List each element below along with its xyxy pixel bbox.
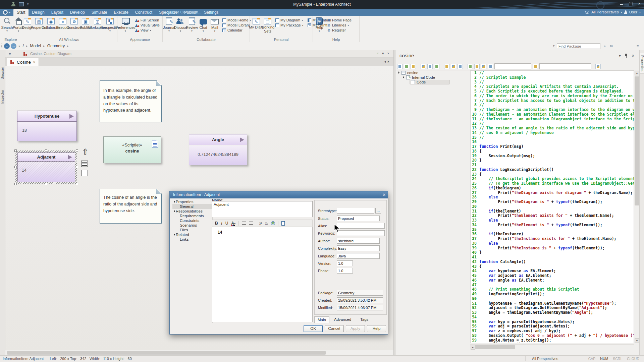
- find-package-arrow-icon[interactable]: ▸: [553, 44, 555, 47]
- ribbon-tab-construct[interactable]: Construct: [132, 9, 156, 16]
- element-dock-icon[interactable]: [81, 170, 88, 176]
- close-diagram-icon[interactable]: ×: [387, 51, 389, 56]
- close-button[interactable]: ×: [637, 2, 641, 6]
- code-line-44[interactable]: 44 var hypotenuse as EA.Element;: [471, 269, 634, 274]
- code-line-10[interactable]: 10// theElement - an automation Element …: [471, 112, 634, 117]
- ribbon-button-view[interactable]: View▾: [135, 28, 160, 32]
- save-code-icon[interactable]: [434, 64, 439, 69]
- field-complexity--input[interactable]: Easy: [337, 245, 380, 251]
- element-scriptlet-cosine[interactable]: «Scriptlet» cosine: [103, 136, 161, 163]
- underline-icon[interactable]: U: [225, 221, 228, 226]
- tree-expander-icon[interactable]: [402, 76, 404, 78]
- code-line-38[interactable]: 38 else: [471, 241, 634, 246]
- bullet-list-icon[interactable]: [242, 222, 246, 225]
- code-line-30[interactable]: 30: [471, 204, 634, 209]
- dialog-close-icon[interactable]: ✕: [382, 192, 386, 197]
- code-line-41[interactable]: 41: [471, 255, 634, 260]
- ok-button[interactable]: OK: [304, 325, 323, 332]
- code-horizontal-scrollbar[interactable]: ▸: [470, 344, 634, 349]
- tree-expander-icon[interactable]: [172, 233, 175, 236]
- restore-button[interactable]: [629, 2, 633, 6]
- code-line-3[interactable]: 3//: [471, 80, 634, 85]
- code-line-20[interactable]: 20}: [471, 158, 634, 163]
- field-author--input[interactable]: shebbard: [337, 238, 380, 244]
- code-editor[interactable]: 1//2// Scriptlet Example3//4// Scriptlet…: [470, 70, 634, 343]
- quicklink-arrow-icon[interactable]: ⇧: [82, 148, 89, 156]
- import-code-icon[interactable]: [427, 64, 433, 69]
- code-line-14[interactable]: 14// cos 0 = adjacent / hypotenuse: [471, 131, 634, 135]
- code-line-17[interactable]: 17function Print(msg): [471, 144, 634, 149]
- navigate-forward-button[interactable]: →: [11, 43, 16, 49]
- tab-list-dropdown-icon[interactable]: ▾: [382, 51, 384, 56]
- italic-icon[interactable]: I: [221, 221, 222, 226]
- code-line-51[interactable]: 51 hypotenuse = theDiagram.GetElementByN…: [471, 301, 634, 306]
- watch-icon[interactable]: [481, 64, 486, 69]
- navigation-menu-icon[interactable]: ≡: [637, 44, 639, 48]
- subscript-icon[interactable]: x₂: [265, 222, 268, 225]
- code-search-input[interactable]: [494, 63, 531, 69]
- code-line-8[interactable]: 8//: [471, 103, 634, 108]
- element-adjacent-selection[interactable]: Adjacent 14: [15, 150, 77, 184]
- dialog-tree-general[interactable]: General: [172, 204, 212, 209]
- code-line-12[interactable]: 12//: [471, 121, 634, 126]
- code-line-35[interactable]: 35: [471, 228, 634, 232]
- ribbon-button-search[interactable]: Search▾: [1, 17, 13, 33]
- code-line-59[interactable]: 59 angle.Notes = z.toString();: [471, 338, 634, 343]
- ribbon-tab-design[interactable]: Design: [29, 9, 48, 16]
- ribbon-button-help[interactable]: ⊗Help▾: [314, 17, 325, 33]
- breadcrumb-item-model[interactable]: Model: [30, 44, 41, 48]
- tree-expander-icon[interactable]: [397, 71, 399, 74]
- find-next-icon[interactable]: [458, 64, 463, 69]
- code-line-43[interactable]: 43{: [471, 264, 634, 269]
- panel-dropdown-icon[interactable]: ▾: [619, 54, 621, 58]
- stereotype-browse-button[interactable]: …: [375, 208, 381, 214]
- navigate-back-button[interactable]: ←: [4, 43, 10, 49]
- code-tree-code[interactable]: Code: [395, 80, 470, 84]
- ribbon-button-model-library[interactable]: Model Library: [222, 23, 251, 27]
- code-line-46[interactable]: 46 var angle as EA.Element;: [471, 278, 634, 283]
- dialog-tab-advanced[interactable]: Advanced: [331, 316, 354, 323]
- ribbon-tab-simulate[interactable]: Simulate: [88, 9, 111, 16]
- dialog-tree-responsibilities[interactable]: Responsibilities: [172, 209, 212, 214]
- dialog-tree-scenarios[interactable]: Scenarios: [172, 223, 212, 228]
- code-line-42[interactable]: 42function CalcAngle(): [471, 260, 634, 264]
- code-line-5[interactable]: 5// Each Scriptlet is executed before th…: [471, 89, 634, 94]
- dialog-tree-related[interactable]: Related: [172, 232, 212, 237]
- code-line-34[interactable]: 34 Print("theElement is " + typeof(theEl…: [471, 223, 634, 228]
- breadcrumb-item--[interactable]: /: [23, 44, 24, 48]
- code-line-21[interactable]: 21: [471, 163, 634, 168]
- field-status--input[interactable]: Proposed: [337, 216, 380, 221]
- compile-icon[interactable]: [421, 64, 426, 69]
- macro-record-icon[interactable]: [488, 64, 493, 69]
- code-line-23[interactable]: 23{: [471, 172, 634, 177]
- perspectives-dropdown-icon[interactable]: ▾: [621, 11, 622, 14]
- dialog-tab-main[interactable]: Main: [314, 316, 329, 323]
- user-menu[interactable]: User: [629, 10, 637, 14]
- code-line-2[interactable]: 2// Scriptlet Example: [471, 75, 634, 80]
- dialog-titlebar[interactable]: InformationItem : Adjacent ✕: [170, 191, 388, 198]
- dialog-tree-files[interactable]: Files: [172, 228, 212, 232]
- numbered-list-icon[interactable]: [249, 222, 253, 225]
- element-adjacent[interactable]: Adjacent 14: [17, 153, 75, 182]
- ribbon-button-review[interactable]: Review▾: [186, 17, 198, 33]
- ribbon-button-construct[interactable]: ⚙Construct: [68, 17, 80, 29]
- find-command-box[interactable]: Find Command...: [167, 10, 201, 14]
- tab-cosine-diagram[interactable]: Cosine ×: [7, 58, 39, 66]
- field-keywords--input[interactable]: [337, 230, 385, 236]
- note-element-bottom[interactable]: The cosine of an angle is the ratio of t…: [100, 189, 162, 224]
- superscript-icon[interactable]: x²: [259, 222, 262, 225]
- element-hypotenuse[interactable]: Hypotenuse 18: [17, 111, 77, 141]
- code-line-27[interactable]: 27 Print("theDiagram exists for diagram …: [471, 191, 634, 195]
- code-line-37[interactable]: 37 Print("theInstance exists for " + the…: [471, 237, 634, 241]
- code-line-1[interactable]: 1//: [471, 71, 634, 75]
- code-line-25[interactable]: 25 // To get the IElement interface we u…: [471, 181, 634, 186]
- element-angle[interactable]: Angle 0.7124746245384189: [189, 134, 247, 165]
- code-line-56[interactable]: 56 var adj = parseInt(adjacent.Notes);: [471, 324, 634, 329]
- code-line-40[interactable]: 40}: [471, 250, 634, 255]
- code-line-32[interactable]: 32 Print("theElement exists for " + theE…: [471, 214, 634, 218]
- code-line-29[interactable]: 29 Print("theDiagram is " + typeof(theDi…: [471, 200, 634, 204]
- code-line-16[interactable]: 16: [471, 140, 634, 144]
- ribbon-tab-start[interactable]: Start: [13, 9, 29, 16]
- ribbon-button-working-sets[interactable]: ❏Working Sets: [262, 17, 273, 33]
- ribbon-button-mail[interactable]: Mail▾: [209, 17, 220, 33]
